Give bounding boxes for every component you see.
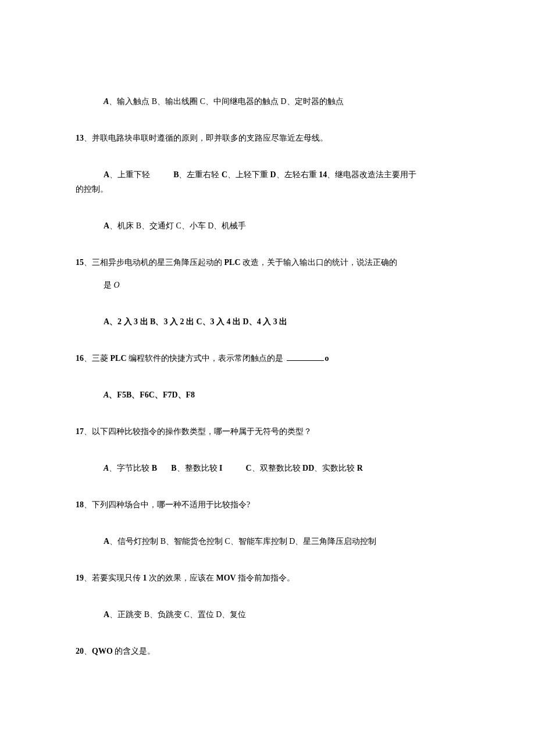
q19-options-line: A、正跳变 B、负跳变 C、置位 D、复位 [76,608,459,621]
q14-options-line: A、机床 B、交通灯 C、小车 D、机械手 [76,220,459,232]
q14-options: A [104,221,109,230]
q13-optD-t: 、左轻右重 [276,170,319,179]
q20-sep: 、 [84,647,92,655]
q19-td: MOV [216,574,238,582]
q19-te: 指令前加指令。 [238,574,295,582]
q19-sep: 、 [84,574,92,582]
q17-optC-t: 、双整数比较 [252,464,303,472]
q16-blank [287,352,324,361]
q18-text: 下列四种场合中，哪一种不适用于比较指令? [92,500,250,509]
q19-number: 19 [76,574,84,582]
q18-question: 18、下列四种场合中，哪一种不适用于比较指令? [76,499,459,511]
q13-text: 并联电路块串联时遵循的原则，即并联多的支路应尽靠近左母线。 [92,134,328,142]
q15-block: 15、三相异步电动机的星三角降压起动的 PLC 改造，关于输入输出口的统计，说法… [76,256,459,291]
q17-text: 以下四种比较指令的操作数类型，哪一种属于无符号的类型？ [92,427,312,436]
q14-number: 14 [319,170,327,179]
q17-optC-b: DD [302,464,314,472]
q16-options-line: A、F5B、F6C、F7D、F8 [76,389,459,401]
q17-optD-t: 、实数比较 [314,464,357,472]
q15-l1c: 改造，关于输入输出口的统计，说法正确的 [242,258,397,267]
q12-options: A [104,97,109,106]
q15-options-line: A、2 入 3 出 B、3 入 2 出 C、3 入 4 出 D、4 入 3 出 [76,316,459,328]
q16-plc: PLC [110,354,129,363]
q15-l1a: 三相异步电动机的星三角降压起动的 [92,258,224,267]
q14-options-text: 、机床 B、交通灯 C、小车 D、机械手 [109,221,246,230]
q16-ta: 三菱 [92,354,110,363]
q15-plc: PLC [224,258,243,267]
q15-options: A、2 入 3 出 B、3 入 2 出 C、3 入 4 出 D、4 入 3 出 [104,317,287,326]
q18-options-line: A、信号灯控制 B、智能货仓控制 C、智能车库控制 D、星三角降压启动控制 [76,535,459,547]
q19-optA: A [104,610,109,619]
q17-optB: B [171,464,176,472]
q19-ta: 若要实现只传 [92,574,143,582]
q17-optD-b: R [357,464,363,472]
q17-optA-b: B [152,464,157,472]
q13-options-and-q14: A、上重下轻B、左重右轻 C、上轻下重 D、左轻右重 14、继电器改造法主要用于… [76,169,459,195]
q19-tb: 1 [143,574,149,582]
q12-options-text: 、输入触点 B、输出线圈 C、中间继电器的触点 D、定时器的触点 [109,97,343,106]
q16-options: 、F5B、F6C、F7D、F8 [109,390,195,399]
q18-optA: A [104,537,109,546]
q15-line2: 是 O [76,279,459,291]
q18-number: 18 [76,500,84,509]
q17-optA-t: 、字节比较 [109,464,152,472]
q13-optC-t: 、上轻下重 [227,170,270,179]
q13-question: 13、并联电路块串联时遵循的原则，即并联多的支路应尽靠近左母线。 [76,132,459,144]
q18-options-text: 、信号灯控制 B、智能货仓控制 C、智能车库控制 D、星三角降压启动控制 [109,537,376,546]
q12-options-line: A、输入触点 B、输出线圈 C、中间继电器的触点 D、定时器的触点 [76,95,459,108]
q17-sep: 、 [84,427,92,436]
q13-number: 13 [76,134,84,142]
q17-question: 17、以下四种比较指令的操作数类型，哪一种属于无符号的类型？ [76,425,459,438]
q14-wrap: 的控制。 [76,183,459,195]
q13-opts-row: A、上重下轻B、左重右轻 C、上轻下重 D、左轻右重 14、继电器改造法主要用于 [76,169,459,181]
q20-number: 20 [76,647,84,655]
q19-question: 19、若要实现只传 1 次的效果，应该在 MOV 指令前加指令。 [76,572,459,584]
q20-ta: QWO [92,647,115,655]
q13-optA: A [104,170,109,179]
q16-number: 16 [76,354,84,363]
q20-tb: 的含义是。 [115,647,155,655]
q20-question: 20、QWO 的含义是。 [76,645,459,657]
q13-optA-t: 、上重下轻 [109,170,150,179]
q14-text: 、继电器改造法主要用于 [327,170,416,179]
q16-sep: 、 [84,354,92,363]
q13-sep: 、 [84,134,92,142]
q19-options-text: 、正跳变 B、负跳变 C、置位 D、复位 [109,610,246,619]
q19-tc: 次的效果，应该在 [149,574,216,582]
q15-number: 15 [76,258,84,267]
q16-question: 16、三菱 PLC 编程软件的快捷方式中，表示常闭触点的是 o [76,352,459,364]
q15-sep: 、 [84,258,92,267]
q14-wrap-text: 的控制。 [76,185,108,194]
q17-optA: A [104,464,109,472]
q13-optD: D [270,170,276,179]
q16-optA: A [104,390,109,399]
q18-sep: 、 [84,500,92,509]
q16-tc: 编程软件的快捷方式中，表示常闭触点的是 [129,354,286,363]
q13-optB-t: 、左重右轻 [179,170,222,179]
document-page: A、输入触点 B、输出线圈 C、中间继电器的触点 D、定时器的触点 13、并联电… [0,0,535,756]
q17-optB-b: I [219,464,222,472]
q13-optC: C [222,170,227,179]
q17-options-line: A、字节比较 BB、整数比较 IC、双整数比较 DD、实数比较 R [76,462,459,474]
q16-td: o [325,354,329,363]
q17-optB-t: 、整数比较 [177,464,220,472]
q17-optC: C [245,464,251,472]
q15-line1: 15、三相异步电动机的星三角降压起动的 PLC 改造，关于输入输出口的统计，说法… [76,256,459,268]
q15-l2b: O [114,281,120,289]
q17-number: 17 [76,427,84,436]
q15-l2a: 是 [104,281,114,289]
